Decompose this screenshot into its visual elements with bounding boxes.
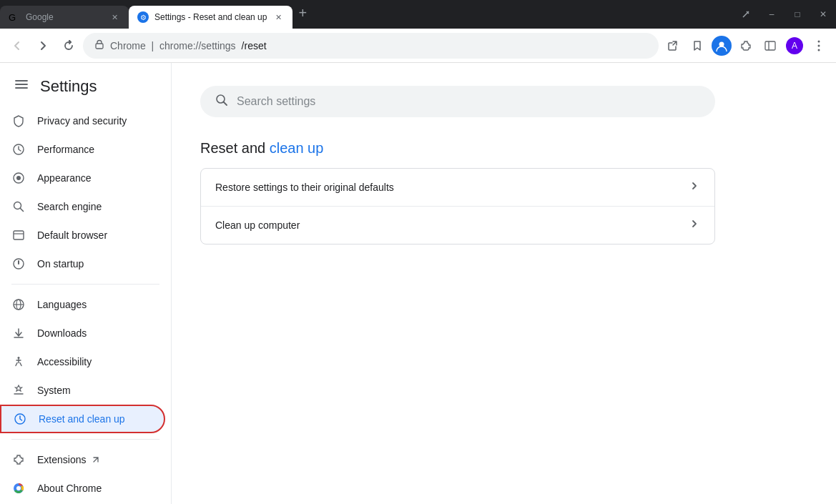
performance-icon [11, 143, 26, 156]
pin-button[interactable] [733, 3, 759, 26]
shield-icon [11, 114, 26, 127]
sidebar-item-extensions-label: Extensions [37, 454, 100, 465]
appearance-icon [11, 172, 26, 184]
chrome-menu-button[interactable] [807, 34, 830, 57]
search-bar[interactable] [200, 86, 715, 117]
sidebar-item-performance[interactable]: Performance [0, 135, 165, 164]
extensions-nav-icon [11, 453, 26, 466]
restore-settings-arrow [689, 180, 700, 194]
new-tab-button[interactable]: + [292, 5, 313, 21]
sidebar-item-extensions[interactable]: Extensions [0, 445, 165, 474]
search-engine-icon [11, 200, 26, 213]
svg-line-28 [224, 102, 227, 105]
extensions-button[interactable] [734, 34, 757, 57]
svg-point-5 [818, 40, 820, 42]
sidebar-navigation: Privacy and security Performance [0, 104, 171, 504]
back-button[interactable] [6, 34, 29, 57]
search-input[interactable] [237, 95, 700, 108]
svg-point-7 [818, 49, 820, 51]
address-bar[interactable]: Chrome | chrome://settings/reset [83, 33, 659, 59]
settings-title: Settings [40, 77, 97, 96]
title-bar: G Google ✕ ⚙ Settings - Reset and clean … [0, 0, 836, 29]
address-path: /reset [242, 40, 267, 51]
nav-divider-1 [11, 284, 159, 285]
on-startup-icon [11, 257, 26, 270]
system-icon [11, 384, 26, 397]
browser-frame: G Google ✕ ⚙ Settings - Reset and clean … [0, 0, 836, 504]
sidebar-item-system[interactable]: System [0, 376, 165, 405]
sidebar-item-downloads[interactable]: Downloads [0, 319, 165, 347]
sidebar-item-privacy-security[interactable]: Privacy and security [0, 107, 165, 135]
sidebar-item-on-startup-label: On startup [37, 258, 84, 270]
tab-google[interactable]: G Google ✕ [0, 6, 129, 29]
heading-cleanup-text: clean up [270, 140, 324, 156]
heading-reset-text: Reset and [200, 140, 270, 156]
forward-button[interactable] [31, 34, 54, 57]
cleanup-computer-arrow [689, 218, 700, 232]
restore-settings-item[interactable]: Restore settings to their original defau… [201, 169, 714, 206]
reload-button[interactable] [57, 34, 80, 57]
settings-card: Restore settings to their original defau… [200, 168, 715, 244]
sidebar-item-on-startup[interactable]: On startup [0, 249, 165, 278]
sidebar-item-performance-label: Performance [37, 144, 94, 155]
svg-point-13 [16, 176, 21, 180]
main-area: Settings Privacy and security [0, 63, 836, 504]
maximize-button[interactable]: □ [785, 3, 810, 26]
search-bar-container [200, 86, 807, 117]
languages-icon [11, 298, 26, 311]
profile-avatar[interactable] [710, 34, 733, 57]
svg-rect-3 [765, 41, 775, 50]
google-favicon: G [9, 11, 20, 23]
sidebar-item-downloads-label: Downloads [37, 327, 87, 339]
sidebar-item-languages[interactable]: Languages [0, 290, 165, 319]
tab-settings-close[interactable]: ✕ [272, 11, 284, 23]
restore-settings-label: Restore settings to their original defau… [215, 182, 689, 193]
sidebar-item-search-engine[interactable]: Search engine [0, 192, 165, 221]
svg-line-15 [21, 209, 24, 212]
profile-button[interactable]: A [783, 34, 806, 57]
tab-settings[interactable]: ⚙ Settings - Reset and clean up ✕ [129, 6, 292, 29]
sidebar-item-search-engine-label: Search engine [37, 201, 102, 212]
sidebar-menu-button[interactable] [11, 74, 31, 98]
sidebar-button[interactable] [759, 34, 782, 57]
sidebar-item-appearance-label: Appearance [37, 172, 92, 184]
cleanup-computer-label: Clean up computer [215, 219, 689, 231]
settings-favicon: ⚙ [137, 11, 149, 23]
sidebar-item-default-browser-label: Default browser [37, 229, 107, 241]
minimize-button[interactable]: – [759, 3, 785, 26]
lock-icon [94, 39, 104, 51]
accessibility-icon [11, 355, 26, 368]
reset-cleanup-icon [13, 412, 27, 425]
navigation-toolbar: Chrome | chrome://settings/reset [0, 29, 836, 63]
tab-settings-label: Settings - Reset and clean up [154, 12, 267, 22]
page-heading: Reset and clean up [200, 140, 807, 157]
cleanup-computer-item[interactable]: Clean up computer [201, 206, 714, 244]
search-icon [215, 94, 228, 110]
svg-point-26 [16, 486, 21, 490]
window-controls: – □ ✕ [733, 3, 836, 26]
about-chrome-icon [11, 482, 26, 495]
sidebar-header: Settings [0, 63, 171, 104]
sidebar-item-about-chrome-label: About Chrome [37, 483, 102, 494]
sidebar-item-appearance[interactable]: Appearance [0, 164, 165, 192]
sidebar-item-about-chrome[interactable]: About Chrome [0, 474, 165, 503]
content-area: Reset and clean up Restore settings to t… [172, 63, 836, 504]
tab-google-label: Google [26, 12, 54, 22]
sidebar-item-accessibility-label: Accessibility [37, 356, 92, 367]
sidebar-item-default-browser[interactable]: Default browser [0, 221, 165, 249]
share-button[interactable] [662, 34, 684, 57]
svg-point-6 [818, 44, 820, 46]
address-origin: Chrome | chrome://settings [110, 40, 236, 51]
tab-google-close[interactable]: ✕ [109, 11, 120, 23]
close-button[interactable]: ✕ [810, 3, 836, 26]
sidebar-item-languages-label: Languages [37, 299, 87, 310]
sidebar-item-reset-cleanup[interactable]: Reset and clean up [0, 405, 165, 433]
downloads-icon [11, 327, 26, 340]
svg-rect-16 [14, 231, 24, 239]
svg-rect-1 [96, 44, 103, 49]
nav-divider-2 [11, 439, 159, 440]
svg-point-23 [18, 357, 20, 359]
bookmark-button[interactable] [686, 34, 709, 57]
sidebar-item-accessibility[interactable]: Accessibility [0, 347, 165, 376]
sidebar-item-system-label: System [37, 385, 71, 396]
